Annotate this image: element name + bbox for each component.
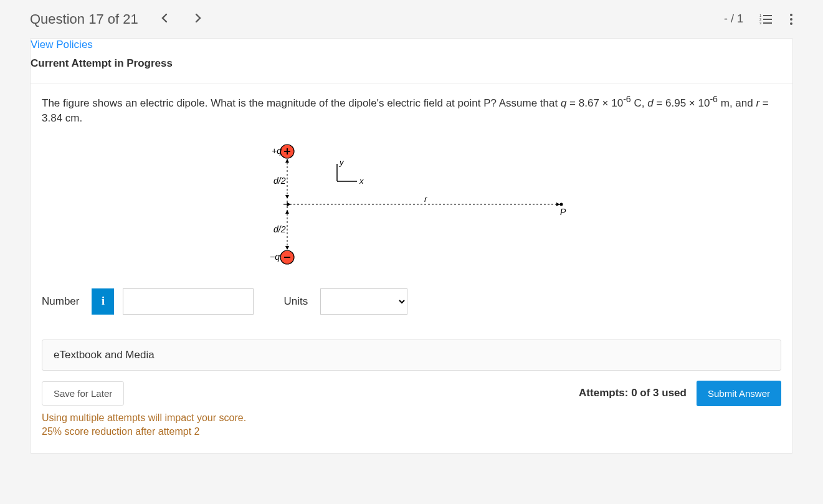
dipole-figure: +q −q d/2 d/2 [42,139,781,270]
question-title: Question 17 of 21 [30,11,138,27]
score-display: - / 1 [724,12,743,26]
info-icon[interactable]: i [92,288,114,315]
view-policies-link[interactable]: View Policies [31,39,93,50]
units-select[interactable] [320,288,407,315]
save-for-later-button[interactable]: Save for Later [42,381,124,406]
score-notice: Using multiple attempts will impact your… [42,411,781,439]
units-label: Units [283,295,308,308]
svg-marker-15 [285,159,289,163]
prev-question-button[interactable] [157,9,172,29]
answer-row: Number i Units [42,288,781,315]
svg-point-8 [790,22,792,25]
svg-marker-16 [285,195,289,199]
figure-point-p: P [560,207,566,217]
answer-number-input[interactable] [123,288,254,315]
svg-point-27 [559,202,563,206]
svg-point-7 [790,18,792,21]
outline-list-icon[interactable]: 1 2 3 [759,13,773,26]
svg-marker-19 [285,246,289,250]
nav-arrows [157,9,206,29]
figure-minus-label: −q [270,252,280,262]
figure-d2-lower: d/2 [274,224,286,234]
submit-answer-button[interactable]: Submit Answer [697,381,781,406]
figure-plus-label: +q [272,146,282,156]
footer-row: Save for Later Attempts: 0 of 3 used Sub… [42,381,781,406]
svg-marker-26 [556,202,560,206]
figure-x-axis: x [359,176,364,186]
svg-text:3: 3 [759,21,762,25]
svg-point-6 [790,14,792,16]
figure-d2-upper: d/2 [274,176,286,186]
question-card: View Policies Current Attempt in Progres… [30,38,793,454]
attempt-status: Current Attempt in Progress [31,57,781,70]
number-label: Number [42,295,79,308]
figure-r-label: r [424,194,427,204]
more-menu-icon[interactable] [789,13,793,26]
attempts-counter: Attempts: 0 of 3 used [579,387,687,399]
next-question-button[interactable] [191,9,206,29]
question-header: Question 17 of 21 - / 1 1 2 3 [0,0,823,38]
figure-y-axis: y [339,158,345,167]
svg-marker-18 [285,210,289,214]
question-text: The figure shows an electric dipole. Wha… [42,93,781,126]
etextbook-media-button[interactable]: eTextbook and Media [42,340,781,371]
